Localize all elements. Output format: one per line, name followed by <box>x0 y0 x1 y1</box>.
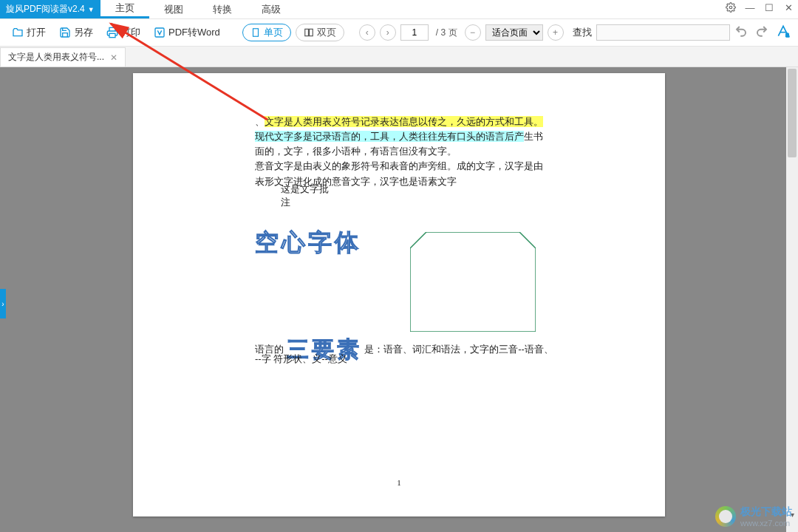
svg-rect-4 <box>305 29 309 35</box>
polygon-shape <box>410 232 536 332</box>
note-line: 注 <box>281 197 290 208</box>
window-controls: — ☐ ✕ <box>726 2 794 13</box>
svg-rect-5 <box>309 29 313 35</box>
zoom-select[interactable]: 适合页面 <box>485 24 543 41</box>
next-page-button[interactable]: › <box>380 24 396 41</box>
workspace: › 、文字是人类用表义符号记录表达信息以传之，久远的方式和工具。 现代文字多是记… <box>0 67 798 532</box>
maximize-icon[interactable]: ☐ <box>764 2 774 13</box>
search-input[interactable] <box>596 24 730 41</box>
open-button[interactable]: 打开 <box>7 24 50 41</box>
page-text: 、文字是人类用表义符号记录表达信息以传之，久远的方式和工具。 现代文字多是记录语… <box>255 115 543 189</box>
watermark-url: www.xz7.com <box>740 519 792 528</box>
main-menu: 主页 视图 转换 高级 <box>100 0 296 18</box>
toolbar: 打开 另存 打印 PDF转Word 单页 双页 ‹ › / 3 页 − <box>0 18 798 47</box>
search-label: 查找 <box>573 26 592 39</box>
menu-convert[interactable]: 转换 <box>198 0 247 18</box>
highlight-yellow: 文字是人类用表义符号记录表达信息以传之，久远的方式和工具。 <box>265 116 543 127</box>
zoom-out-button[interactable]: − <box>465 24 481 41</box>
pdf-page: 、文字是人类用表义符号记录表达信息以传之，久远的方式和工具。 现代文字多是记录语… <box>133 73 665 516</box>
tab-close-icon[interactable]: ✕ <box>110 52 117 63</box>
note-line: 这是文字批 <box>281 183 329 194</box>
tab-label: 文字是人类用表义符号... <box>8 51 104 64</box>
highlight-cyan: 现代文字多是记录语言的，工具，人类往往先有口头的语言后产 <box>255 131 524 142</box>
menu-advanced[interactable]: 高级 <box>247 0 296 18</box>
scrollbar-thumb[interactable] <box>788 69 797 157</box>
menu-home[interactable]: 主页 <box>100 0 149 18</box>
svg-marker-7 <box>410 232 536 332</box>
pdf2word-button[interactable]: PDF转Word <box>149 24 225 41</box>
single-page-button[interactable]: 单页 <box>242 24 291 41</box>
svg-rect-1 <box>109 33 115 37</box>
svg-rect-3 <box>253 29 258 37</box>
redo-icon[interactable] <box>755 24 768 41</box>
single-page-icon <box>250 27 261 38</box>
outline-text-1: 空心字体 <box>255 227 361 259</box>
folder-open-icon <box>12 27 24 38</box>
tab-strip: 文字是人类用表义符号... ✕ <box>0 47 798 67</box>
open-label: 打开 <box>27 26 46 39</box>
page-total-label: / 3 页 <box>436 27 457 39</box>
double-page-label: 双页 <box>317 26 336 39</box>
save-icon <box>59 27 71 38</box>
app-title[interactable]: 旋风PDF阅读器v2.4 ▼ <box>0 0 100 18</box>
print-button[interactable]: 打印 <box>102 24 145 41</box>
saveas-label: 另存 <box>74 26 93 39</box>
watermark-name: 极光下载站 <box>740 505 792 519</box>
svg-point-0 <box>729 6 732 9</box>
zoom-in-button[interactable]: + <box>548 24 564 41</box>
single-page-label: 单页 <box>264 26 283 39</box>
document-tab[interactable]: 文字是人类用表义符号... ✕ <box>0 47 126 66</box>
text-segment: 、 <box>255 116 265 127</box>
print-label: 打印 <box>121 26 140 39</box>
double-page-button[interactable]: 双页 <box>296 24 344 41</box>
pdf2word-label: PDF转Word <box>168 26 220 39</box>
app-title-text: 旋风PDF阅读器v2.4 <box>6 3 85 16</box>
double-page-icon <box>304 27 314 38</box>
prev-page-button[interactable]: ‹ <box>359 24 375 41</box>
app-title-dropdown-icon: ▼ <box>88 6 95 13</box>
svg-text:a: a <box>785 31 789 38</box>
text-segment: 是：语音、词汇和语法，文字的三音--语音、 <box>364 344 553 355</box>
paragraph-4: --字 符形状、义--意义 <box>255 352 347 366</box>
text-style-icon[interactable]: a <box>776 24 791 41</box>
print-icon <box>106 27 118 38</box>
watermark-logo-icon <box>715 506 736 527</box>
page-number: 1 <box>397 478 401 487</box>
annotation-note: 这是文字批 注 <box>281 183 329 209</box>
settings-icon[interactable] <box>726 2 736 13</box>
watermark: 极光下载站 www.xz7.com <box>715 505 792 528</box>
svg-rect-2 <box>155 28 164 37</box>
sidebar-toggle[interactable]: › <box>0 289 6 318</box>
undo-icon[interactable] <box>734 24 748 41</box>
menu-view[interactable]: 视图 <box>149 0 198 18</box>
page-number-input[interactable] <box>400 24 429 41</box>
close-icon[interactable]: ✕ <box>783 2 794 13</box>
convert-icon <box>154 27 166 38</box>
saveas-button[interactable]: 另存 <box>55 24 98 41</box>
vertical-scrollbar[interactable]: ▾ <box>786 67 798 520</box>
minimize-icon[interactable]: — <box>745 2 755 13</box>
